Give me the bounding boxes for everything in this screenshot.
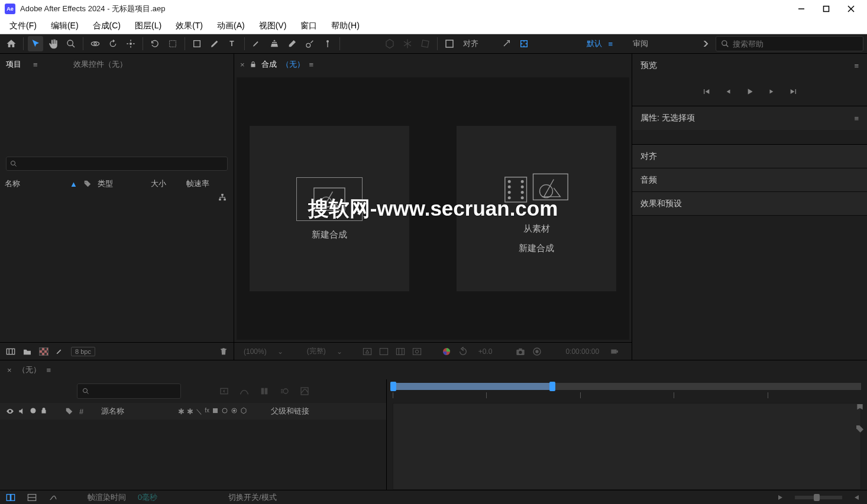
audio-panel[interactable]: 音频 bbox=[632, 168, 867, 192]
switch-icon[interactable] bbox=[212, 407, 219, 414]
new-folder-icon[interactable] bbox=[22, 347, 32, 356]
comp-tab-label[interactable]: 合成 bbox=[261, 59, 277, 70]
menu-help[interactable]: 帮助(H) bbox=[324, 19, 366, 33]
overflow-icon[interactable] bbox=[698, 36, 713, 51]
transparency-grid-icon[interactable] bbox=[363, 347, 372, 356]
eye-icon[interactable] bbox=[6, 407, 14, 415]
3d-tool-2[interactable] bbox=[400, 36, 415, 51]
toggle-switches-modes[interactable]: 切换开关/模式 bbox=[228, 492, 277, 503]
selection-tool[interactable] bbox=[28, 36, 43, 51]
col-name[interactable]: 名称 bbox=[5, 178, 64, 189]
play-icon[interactable] bbox=[745, 87, 755, 96]
lock-icon[interactable] bbox=[250, 61, 257, 68]
hand-tool[interactable] bbox=[46, 36, 61, 51]
solo-icon[interactable] bbox=[30, 407, 37, 414]
work-area-end-handle[interactable] bbox=[549, 382, 555, 391]
new-comp-card[interactable]: 新建合成 bbox=[250, 126, 409, 291]
flowchart-icon[interactable] bbox=[218, 193, 227, 201]
resolution[interactable]: (完整) bbox=[303, 345, 329, 357]
last-frame-icon[interactable] bbox=[789, 87, 798, 96]
zoom-out-icon[interactable] bbox=[776, 494, 783, 501]
new-comp-from-footage-card[interactable]: 从素材 新建合成 bbox=[457, 126, 616, 291]
graph-editor-icon[interactable] bbox=[300, 386, 309, 396]
menu-animation[interactable]: 动画(A) bbox=[210, 19, 252, 33]
pen-tool[interactable] bbox=[207, 36, 222, 51]
rectangle-tool[interactable] bbox=[189, 36, 205, 51]
menu-file[interactable]: 文件(F) bbox=[2, 19, 44, 33]
timeline-tab-none[interactable]: （无） bbox=[18, 365, 41, 375]
project-search[interactable] bbox=[6, 157, 228, 171]
comp-mini-icon[interactable] bbox=[219, 386, 229, 396]
trash-icon[interactable] bbox=[219, 347, 228, 356]
project-search-input[interactable] bbox=[20, 160, 224, 168]
menu-composition[interactable]: 合成(C) bbox=[86, 19, 128, 33]
next-frame-icon[interactable] bbox=[768, 87, 776, 96]
dropdown-icon[interactable]: ⌄ bbox=[337, 347, 342, 356]
mask-icon[interactable] bbox=[379, 347, 389, 356]
first-frame-icon[interactable] bbox=[701, 87, 711, 96]
clone-stamp-tool[interactable] bbox=[267, 36, 282, 51]
dropdown-icon[interactable]: ⌄ bbox=[277, 347, 283, 356]
rotate-tool[interactable] bbox=[105, 36, 121, 51]
menu-view[interactable]: 视图(V) bbox=[252, 19, 294, 33]
project-list[interactable] bbox=[0, 203, 234, 342]
label-icon[interactable] bbox=[65, 407, 73, 415]
new-comp-icon[interactable] bbox=[39, 347, 48, 356]
snap-icon[interactable] bbox=[499, 36, 514, 51]
roto-brush-tool[interactable] bbox=[302, 36, 318, 51]
menu-window[interactable]: 窗口 bbox=[293, 19, 324, 33]
toggle-icon-1[interactable] bbox=[6, 493, 15, 502]
brush-tool[interactable] bbox=[249, 36, 264, 51]
home-button[interactable] bbox=[4, 36, 19, 51]
help-search[interactable] bbox=[716, 36, 863, 51]
effects-presets-panel[interactable]: 效果和预设 bbox=[632, 192, 867, 216]
close-timeline-tab[interactable]: × bbox=[7, 366, 12, 375]
interpret-footage-icon[interactable] bbox=[6, 347, 15, 356]
eraser-tool[interactable] bbox=[284, 36, 300, 51]
guides-icon[interactable] bbox=[396, 347, 405, 356]
exposure-value[interactable]: +0.0 bbox=[475, 346, 496, 357]
color-wheel-icon[interactable] bbox=[442, 347, 451, 356]
reset-exposure-icon[interactable] bbox=[458, 347, 468, 356]
frame-blend-icon[interactable] bbox=[260, 386, 269, 396]
zoom-tool[interactable] bbox=[63, 36, 79, 51]
minimize-button[interactable] bbox=[797, 5, 805, 13]
zoom-level[interactable]: (100%) bbox=[240, 346, 270, 357]
prev-frame-icon[interactable] bbox=[724, 87, 732, 96]
puppet-pin-tool[interactable] bbox=[320, 36, 335, 51]
work-area-start-handle[interactable] bbox=[390, 382, 396, 391]
switch-icon[interactable]: ✱ bbox=[187, 407, 193, 416]
undo-icon[interactable] bbox=[147, 36, 163, 51]
switch-icon[interactable]: ＼ bbox=[196, 407, 202, 416]
tab-effect-controls[interactable]: 效果控件（无） bbox=[73, 57, 127, 72]
menu-layer[interactable]: 图层(L) bbox=[128, 19, 169, 33]
orbit-tool[interactable] bbox=[88, 36, 103, 51]
close-tab-icon[interactable]: × bbox=[240, 60, 245, 69]
motion-blur-icon[interactable] bbox=[280, 386, 289, 396]
work-area-bar[interactable] bbox=[393, 383, 861, 390]
close-button[interactable] bbox=[847, 5, 855, 13]
timeline-track-area[interactable] bbox=[393, 403, 861, 490]
snap-to-grid[interactable] bbox=[516, 36, 532, 51]
menu-effect[interactable]: 效果(T) bbox=[169, 19, 210, 33]
workspace-default[interactable]: 默认 bbox=[583, 38, 606, 49]
snap-checkbox[interactable] bbox=[442, 36, 457, 51]
preview-menu-icon[interactable]: ≡ bbox=[854, 61, 859, 70]
col-type[interactable]: 类型 bbox=[98, 178, 145, 189]
lock-column-icon[interactable] bbox=[40, 407, 47, 414]
timeline-search[interactable] bbox=[77, 383, 181, 399]
timecode[interactable]: 0:00:00:00 bbox=[562, 346, 603, 357]
adjustment-icon[interactable] bbox=[56, 347, 64, 356]
snapshot-icon[interactable] bbox=[516, 347, 525, 356]
3d-tool-1[interactable] bbox=[382, 36, 397, 51]
align-panel[interactable]: 对齐 bbox=[632, 145, 867, 168]
toggle-icon-3[interactable] bbox=[48, 493, 58, 502]
tab-project[interactable]: 项目 bbox=[6, 57, 21, 72]
col-size[interactable]: 大小 bbox=[151, 178, 180, 189]
timeline-search-input[interactable] bbox=[92, 387, 176, 396]
workspace-menu-icon[interactable]: ≡ bbox=[608, 40, 613, 48]
zoom-slider[interactable] bbox=[795, 496, 842, 499]
project-menu-icon[interactable]: ≡ bbox=[33, 60, 38, 69]
speaker-icon[interactable] bbox=[18, 407, 26, 415]
3d-tool-3[interactable] bbox=[418, 36, 433, 51]
